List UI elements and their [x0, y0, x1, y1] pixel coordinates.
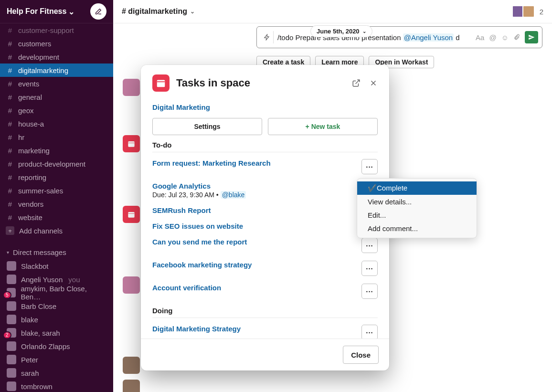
- avatar: [7, 301, 16, 311]
- hash-icon: #: [7, 147, 13, 155]
- menu-item[interactable]: Add comment...: [357, 222, 477, 235]
- send-button[interactable]: [525, 31, 538, 43]
- task-link[interactable]: Facebook marketing strategy: [152, 261, 252, 269]
- menu-item[interactable]: Edit...: [357, 208, 477, 222]
- menu-item[interactable]: ✔️Complete: [357, 181, 477, 195]
- add-channels[interactable]: + Add channels: [0, 224, 113, 237]
- dm-section-header[interactable]: ▾ Direct messages: [0, 243, 113, 259]
- unread-badge: 2: [3, 331, 11, 339]
- date-divider[interactable]: June 5th, 2020 ⌄: [310, 25, 372, 37]
- channel-item-events[interactable]: #events: [0, 77, 113, 90]
- hash-icon: #: [7, 133, 13, 141]
- dm-item[interactable]: tombrown: [0, 380, 113, 392]
- close-icon[interactable]: [369, 79, 378, 87]
- task-row: Fix SEO issues on website: [152, 218, 378, 234]
- avatar: [7, 261, 16, 271]
- hash-icon: #: [7, 213, 13, 222]
- format-icon[interactable]: Aa: [476, 33, 484, 42]
- task-link[interactable]: Can you send me the report: [152, 238, 247, 246]
- channel-item-product-development[interactable]: #product-development: [0, 157, 113, 170]
- emoji-icon[interactable]: ☺: [501, 33, 509, 42]
- channel-item-cut[interactable]: # customer-support: [0, 23, 113, 37]
- task-actions-menu: ✔️CompleteView details...Edit...Add comm…: [357, 178, 477, 238]
- channel-item-hr[interactable]: #hr: [0, 130, 113, 144]
- task-actions-button[interactable]: ···: [361, 261, 378, 276]
- sidebar-scroll: # customer-support #customers#developmen…: [0, 23, 113, 392]
- hash-icon: #: [7, 187, 13, 195]
- open-external-icon[interactable]: [352, 79, 361, 87]
- assignee-mention[interactable]: @blake: [221, 191, 246, 199]
- channel-item-house-a[interactable]: #house-a: [0, 117, 113, 130]
- task-row: Facebook marketing strategy···: [152, 257, 378, 280]
- settings-button[interactable]: Settings: [152, 118, 262, 135]
- dm-item[interactable]: Peter: [0, 353, 113, 366]
- task-actions-button[interactable]: ···: [361, 159, 378, 174]
- channel-item-customers[interactable]: #customers: [0, 37, 113, 50]
- mention-icon[interactable]: @: [489, 33, 496, 42]
- avatar: [7, 355, 16, 364]
- new-task-button[interactable]: + New task: [268, 118, 378, 135]
- task-link[interactable]: SEMRush Report: [152, 206, 211, 214]
- task-actions-button[interactable]: ···: [361, 238, 378, 253]
- doing-header: Doing: [152, 307, 378, 315]
- avatar: [123, 276, 140, 294]
- dm-item[interactable]: Orlando Zlapps: [0, 339, 113, 353]
- task-link[interactable]: Form request: Marketing Research: [152, 159, 271, 167]
- svg-rect-2: [157, 80, 165, 87]
- dm-item[interactable]: blake: [0, 313, 113, 326]
- channel-item-vendors[interactable]: #vendors: [0, 197, 113, 211]
- workast-logo-icon: [152, 74, 170, 92]
- dm-item[interactable]: Barb Close: [0, 299, 113, 313]
- avatar: [123, 357, 140, 374]
- channel-members[interactable]: 2: [512, 5, 543, 18]
- close-button[interactable]: Close: [343, 346, 379, 364]
- channel-item-geox[interactable]: #geox: [0, 104, 113, 117]
- message-composer[interactable]: /todo Prepare sales demo presentation @A…: [256, 26, 542, 48]
- hash-icon: #: [7, 66, 13, 74]
- dm-item[interactable]: Slackbot: [0, 259, 113, 273]
- channel-item-general[interactable]: #general: [0, 90, 113, 104]
- workspace-switcher[interactable]: Help For Fitness ⌄: [7, 7, 74, 16]
- task-link[interactable]: Digital Marketing Strategy: [152, 325, 241, 333]
- attach-icon[interactable]: [513, 34, 520, 41]
- channel-item-summer-sales[interactable]: #summer-sales: [0, 184, 113, 197]
- avatar: [7, 275, 16, 284]
- hash-icon: #: [7, 80, 13, 88]
- hash-icon: #: [7, 173, 13, 181]
- app-avatar: [123, 135, 140, 152]
- shortcuts-icon[interactable]: [261, 31, 274, 43]
- todo-header: To-do: [152, 141, 378, 149]
- channel-item-digitalmarketing[interactable]: #digitalmarketing: [0, 64, 113, 77]
- channel-item-reporting[interactable]: #reporting: [0, 170, 113, 184]
- task-actions-button[interactable]: ···: [361, 284, 378, 299]
- compose-button[interactable]: [90, 3, 106, 20]
- chevron-down-icon: ▾: [7, 250, 9, 255]
- avatar: [123, 79, 140, 96]
- channel-item-website[interactable]: #website: [0, 211, 113, 224]
- menu-item[interactable]: View details...: [357, 195, 477, 208]
- task-link[interactable]: Account verification: [152, 284, 221, 292]
- task-row: Google AnalyticsDue: Jul 23, 9:30 AM • @…: [152, 178, 378, 202]
- svg-rect-1: [128, 212, 134, 218]
- hash-icon: #: [7, 93, 13, 101]
- avatar: [7, 315, 16, 324]
- avatar: [7, 381, 16, 391]
- avatar: [522, 5, 535, 18]
- channel-item-marketing[interactable]: #marketing: [0, 144, 113, 157]
- space-link[interactable]: Digital Marketing: [152, 103, 378, 111]
- channel-name-button[interactable]: # digitalmarketing ⌄: [122, 7, 195, 16]
- task-link[interactable]: Fix SEO issues on website: [152, 222, 243, 230]
- hash-icon: #: [7, 40, 13, 48]
- task-actions-button[interactable]: ···: [361, 325, 378, 339]
- hash-icon: #: [7, 120, 13, 128]
- hash-icon: #: [7, 26, 13, 34]
- task-row: Form request: Marketing Research···: [152, 155, 378, 178]
- dm-item[interactable]: 2blake, sarah: [0, 326, 113, 339]
- avatar: [7, 341, 16, 351]
- dm-item[interactable]: sarah: [0, 366, 113, 380]
- task-link[interactable]: Google Analytics: [152, 182, 246, 190]
- dm-item[interactable]: 5amykim, Barb Close, Ben…: [0, 286, 113, 299]
- channel-item-development[interactable]: #development: [0, 50, 113, 64]
- app-avatar: [123, 206, 140, 223]
- dm-item[interactable]: Angeli Yuson you: [0, 273, 113, 286]
